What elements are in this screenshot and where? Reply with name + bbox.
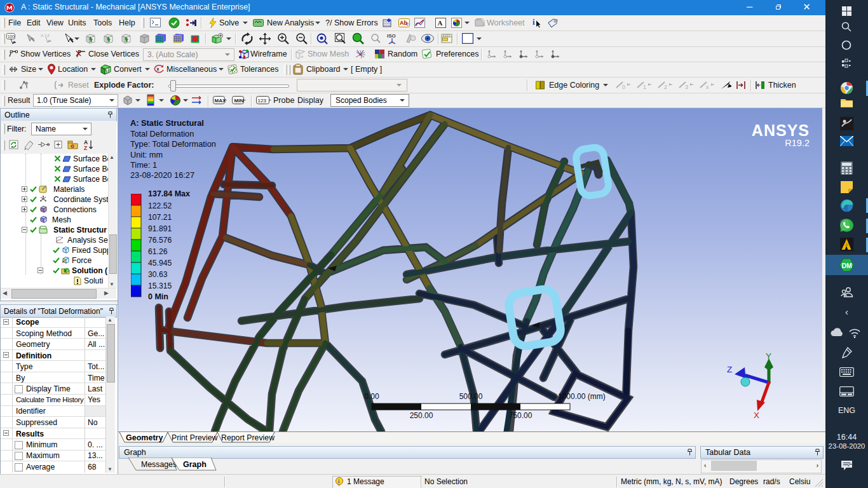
svg-text:MIN: MIN bbox=[234, 98, 244, 104]
svg-text:0.00: 0.00 bbox=[364, 392, 379, 401]
svg-text:1: 1 bbox=[643, 84, 646, 90]
svg-text:Geometry: Geometry bbox=[126, 433, 163, 442]
svg-text:1000.00 (mm): 1000.00 (mm) bbox=[558, 392, 606, 401]
svg-text:A: A bbox=[438, 19, 443, 27]
svg-text:Z: Z bbox=[84, 145, 87, 151]
svg-text:DM: DM bbox=[842, 262, 853, 269]
svg-text:3: 3 bbox=[685, 84, 688, 90]
svg-text:100: 100 bbox=[8, 34, 15, 39]
svg-text:123: 123 bbox=[258, 98, 267, 104]
svg-text:Print Preview: Print Preview bbox=[172, 433, 218, 442]
svg-text:2: 2 bbox=[664, 84, 667, 90]
svg-text:750.00: 750.00 bbox=[509, 411, 532, 420]
svg-text:ISO: ISO bbox=[387, 33, 396, 39]
svg-text:Messages: Messages bbox=[141, 460, 177, 469]
svg-text:Y: Y bbox=[766, 351, 771, 361]
svg-text:MAX: MAX bbox=[215, 98, 226, 104]
svg-text:Report Preview: Report Preview bbox=[221, 433, 275, 442]
svg-text:250.00: 250.00 bbox=[410, 411, 433, 420]
svg-text:Z: Z bbox=[727, 365, 732, 374]
svg-text:0: 0 bbox=[622, 84, 625, 90]
svg-text:500.00: 500.00 bbox=[459, 392, 483, 401]
svg-text:X,Y,Z: X,Y,Z bbox=[41, 34, 50, 37]
svg-text:x: x bbox=[706, 84, 709, 90]
svg-text:c: c bbox=[406, 21, 409, 27]
svg-text:Graph: Graph bbox=[183, 460, 207, 469]
svg-text:X: X bbox=[754, 410, 759, 420]
